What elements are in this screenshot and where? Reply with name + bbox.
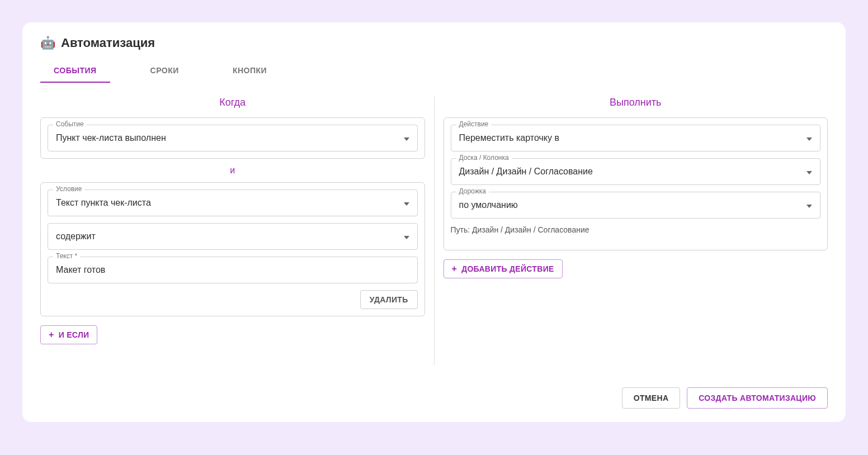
operator-select[interactable]: содержит xyxy=(48,223,418,250)
chevron-down-icon xyxy=(404,198,409,208)
condition-value: Текст пункта чек-листа xyxy=(56,198,151,207)
content-columns: Когда Событие Пункт чек-листа выполнен и… xyxy=(40,97,828,365)
tab-buttons[interactable]: КНОПКИ xyxy=(219,59,280,83)
chevron-down-icon xyxy=(404,133,409,143)
modal-header: 🤖 Автоматизация xyxy=(40,36,828,50)
board-label: Доска / Колонка xyxy=(456,154,512,162)
event-field: Событие Пункт чек-листа выполнен xyxy=(48,125,418,151)
chevron-down-icon xyxy=(806,200,812,210)
execute-title: Выполнить xyxy=(444,97,828,108)
condition-label: Условие xyxy=(53,185,84,193)
add-action-button[interactable]: + ДОБАВИТЬ ДЕЙСТВИЕ xyxy=(444,259,563,278)
text-input[interactable]: Макет готов xyxy=(48,257,418,283)
lane-value: по умолчанию xyxy=(459,200,518,210)
condition-section: Условие Текст пункта чек-листа содержит xyxy=(40,182,425,316)
event-select[interactable]: Пункт чек-листа выполнен xyxy=(48,125,418,151)
tab-events[interactable]: СОБЫТИЯ xyxy=(40,59,110,83)
tab-deadlines[interactable]: СРОКИ xyxy=(137,59,192,83)
path-text: Путь: Дизайн / Дизайн / Согласование xyxy=(451,225,821,234)
robot-icon: 🤖 xyxy=(40,36,55,50)
chevron-down-icon xyxy=(806,167,812,177)
plus-icon: + xyxy=(452,264,457,273)
action-section: Действие Переместить карточку в Доска / … xyxy=(444,117,828,250)
text-label: Текст * xyxy=(53,252,80,260)
execute-column: Выполнить Действие Переместить карточку … xyxy=(435,97,828,365)
chevron-down-icon xyxy=(806,133,812,143)
connector-and: и xyxy=(40,165,425,176)
action-field: Действие Переместить карточку в xyxy=(451,125,821,151)
modal-footer: ОТМЕНА СОЗДАТЬ АВТОМАТИЗАЦИЮ xyxy=(40,378,828,409)
board-field: Доска / Колонка Дизайн / Дизайн / Соглас… xyxy=(451,158,821,185)
lane-field: Дорожка по умолчанию xyxy=(451,192,821,219)
text-field: Текст * Макет готов xyxy=(48,257,418,283)
event-value: Пункт чек-листа выполнен xyxy=(56,133,166,143)
chevron-down-icon xyxy=(404,231,409,241)
board-value: Дизайн / Дизайн / Согласование xyxy=(459,167,593,176)
lane-select[interactable]: по умолчанию xyxy=(451,192,821,219)
plus-icon: + xyxy=(49,330,54,339)
tabs-container: СОБЫТИЯ СРОКИ КНОПКИ xyxy=(40,59,828,83)
action-select[interactable]: Переместить карточку в xyxy=(451,125,821,151)
condition-select[interactable]: Текст пункта чек-листа xyxy=(48,189,418,216)
board-select[interactable]: Дизайн / Дизайн / Согласование xyxy=(451,158,821,185)
action-label: Действие xyxy=(456,120,492,128)
add-condition-button[interactable]: + И ЕСЛИ xyxy=(40,325,97,344)
automation-modal: 🤖 Автоматизация СОБЫТИЯ СРОКИ КНОПКИ Ког… xyxy=(22,22,846,422)
delete-row: УДАЛИТЬ xyxy=(48,290,418,309)
add-action-label: ДОБАВИТЬ ДЕЙСТВИЕ xyxy=(461,264,554,273)
operator-field: содержит xyxy=(48,223,418,250)
delete-button[interactable]: УДАЛИТЬ xyxy=(360,290,418,309)
create-automation-button[interactable]: СОЗДАТЬ АВТОМАТИЗАЦИЮ xyxy=(687,387,828,409)
event-section: Событие Пункт чек-листа выполнен xyxy=(40,117,425,159)
lane-label: Дорожка xyxy=(456,187,489,195)
when-title: Когда xyxy=(40,97,425,108)
when-column: Когда Событие Пункт чек-листа выполнен и… xyxy=(40,97,435,365)
event-label: Событие xyxy=(53,120,87,128)
condition-field: Условие Текст пункта чек-листа xyxy=(48,189,418,216)
action-value: Переместить карточку в xyxy=(459,133,559,143)
add-condition-label: И ЕСЛИ xyxy=(59,330,89,339)
operator-value: содержит xyxy=(56,231,96,241)
cancel-button[interactable]: ОТМЕНА xyxy=(622,387,680,409)
page-title: Автоматизация xyxy=(61,36,155,50)
